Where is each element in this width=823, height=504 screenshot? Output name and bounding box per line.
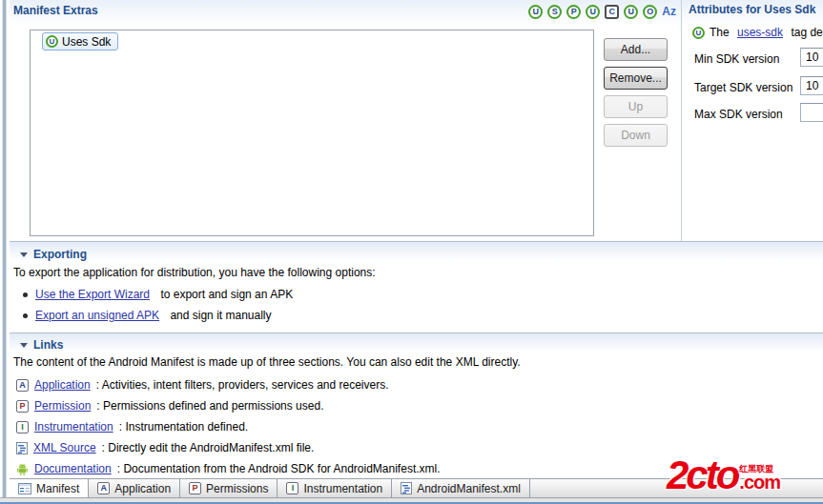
bullet-icon <box>23 292 28 297</box>
export-unsigned-link[interactable]: Export an unsigned APK <box>35 309 159 322</box>
hint-text-before: The <box>710 26 732 39</box>
add-protected-broadcast-icon[interactable]: P <box>566 5 581 19</box>
link-row-text: : Instrumentation defined. <box>119 420 248 433</box>
add-uses-feature-icon[interactable]: U <box>624 5 638 19</box>
documentation-link-row: Documentation : Documentation from the A… <box>16 462 441 475</box>
up-button[interactable]: Up <box>604 95 668 118</box>
tab-androidmanifest-xml[interactable]: AndroidManifest.xml <box>392 479 530 497</box>
attributes-panel-title: Attributes for Uses Sdk <box>689 3 815 16</box>
2cto-watermark-logo: 2cto 红黑联盟 .com <box>667 459 780 491</box>
tab-application[interactable]: A Application <box>89 479 180 497</box>
tab-label: Application <box>114 482 171 495</box>
add-supports-screens-icon[interactable]: S <box>547 5 562 19</box>
permission-icon: P <box>16 400 29 413</box>
remove-button[interactable]: Remove... <box>604 67 668 90</box>
collapse-triangle-icon[interactable] <box>20 252 28 257</box>
link-row-text: : Directly edit the AndroidManifest.xml … <box>102 441 315 454</box>
links-section-header[interactable]: Links <box>20 338 63 352</box>
application-icon: A <box>16 379 29 392</box>
link-row-text: : Documentation from the Android SDK for… <box>117 462 441 475</box>
list-item-label: Uses Sdk <box>62 35 111 49</box>
application-link-row: A Application : Activities, intent filte… <box>16 378 389 392</box>
xml-file-icon <box>401 482 412 494</box>
target-sdk-version-label: Target SDK version <box>694 81 792 94</box>
xml-source-link-row: XML Source : Directly edit the AndroidMa… <box>16 441 314 454</box>
tab-instrumentation[interactable]: I Instrumentation <box>278 479 392 497</box>
uses-sdk-icon: U <box>692 27 705 39</box>
exporting-title: Exporting <box>33 248 87 261</box>
export-wizard-link[interactable]: Use the Export Wizard <box>35 288 150 301</box>
tab-permissions[interactable]: P Permissions <box>180 479 278 497</box>
link-row-text: : Permissions defined and permissions us… <box>96 399 323 413</box>
export-wizard-bullet: Use the Export Wizard to export and sign… <box>23 288 293 301</box>
manifest-extras-title: Manifest Extras <box>13 4 98 17</box>
manifest-editor-icon <box>18 483 31 494</box>
min-sdk-version-label: Min SDK version <box>694 52 779 66</box>
add-uses-sdk-icon[interactable]: U <box>528 5 543 19</box>
left-gutter-stripe <box>0 0 10 504</box>
add-compatible-screens-icon[interactable]: C <box>605 5 619 19</box>
watermark-suffix: .com <box>739 474 780 491</box>
uses-sdk-icon: U <box>46 35 58 48</box>
permission-link-row: P Permission : Permissions defined and p… <box>16 399 323 413</box>
instrumentation-icon: I <box>16 421 29 433</box>
list-item-uses-sdk[interactable]: U Uses Sdk <box>42 32 118 50</box>
link-row-text: : Activities, intent filters, providers,… <box>96 378 389 392</box>
permission-link[interactable]: Permission <box>34 399 91 413</box>
documentation-link[interactable]: Documentation <box>34 462 112 475</box>
links-title: Links <box>33 338 63 352</box>
collapse-triangle-icon[interactable] <box>20 343 28 348</box>
bullet-text: to export and sign an APK <box>157 288 293 301</box>
tab-label: AndroidManifest.xml <box>417 482 521 495</box>
permission-icon: P <box>189 482 201 494</box>
application-link[interactable]: Application <box>34 378 91 392</box>
instrumentation-link[interactable]: Instrumentation <box>34 420 113 433</box>
uses-sdk-link[interactable]: uses-sdk <box>737 26 783 39</box>
hint-text-after: tag des <box>788 26 823 39</box>
bullet-text: and sign it manually <box>167 309 271 322</box>
min-sdk-version-input[interactable] <box>800 48 823 67</box>
max-sdk-version-label: Max SDK version <box>694 108 783 121</box>
add-uses-element-icon[interactable]: U <box>586 5 600 19</box>
exporting-intro: To export the application for distributi… <box>13 266 376 279</box>
panel-divider <box>681 0 682 241</box>
sort-alphabetical-icon[interactable]: Az <box>662 5 676 19</box>
watermark-brand: 2cto <box>667 459 737 491</box>
tab-label: Instrumentation <box>303 482 382 495</box>
tab-label: Permissions <box>206 482 268 495</box>
export-unsigned-bullet: Export an unsigned APK and sign it manua… <box>23 309 272 322</box>
add-original-package-icon[interactable]: O <box>643 5 657 19</box>
xml-file-icon <box>16 442 28 454</box>
add-button[interactable]: Add... <box>604 38 668 61</box>
links-intro: The content of the Android Manifest is m… <box>13 355 521 369</box>
max-sdk-version-input[interactable] <box>800 103 823 122</box>
down-button[interactable]: Down <box>604 124 668 147</box>
manifest-extras-list[interactable]: U Uses Sdk <box>30 30 594 236</box>
instrumentation-link-row: I Instrumentation : Instrumentation defi… <box>16 420 248 433</box>
exporting-header-band <box>10 242 823 261</box>
manifest-extras-toolbar: U S P U C U O Az <box>506 5 676 19</box>
android-robot-icon <box>16 463 29 475</box>
links-header-band <box>10 333 823 353</box>
uses-sdk-description: U The uses-sdk tag des <box>692 26 823 39</box>
bullet-icon <box>23 313 28 318</box>
manifest-editor-screen: Manifest Extras U S P U C U O Az U Uses … <box>0 0 823 504</box>
target-sdk-version-input[interactable] <box>800 76 823 95</box>
exporting-section-header[interactable]: Exporting <box>20 248 87 261</box>
application-icon: A <box>97 482 110 494</box>
tab-label: Manifest <box>36 482 79 495</box>
xml-source-link[interactable]: XML Source <box>33 441 96 454</box>
tab-manifest[interactable]: Manifest <box>10 479 89 497</box>
instrumentation-icon: I <box>286 482 298 494</box>
